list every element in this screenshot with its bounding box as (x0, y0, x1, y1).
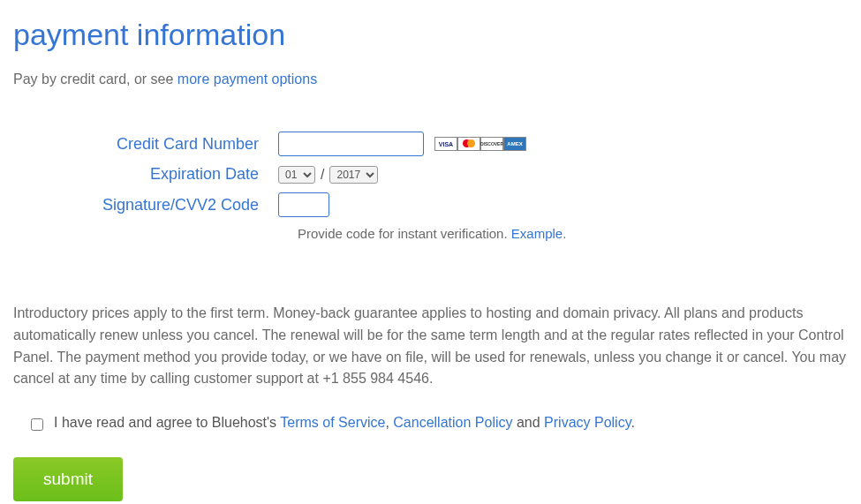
payment-form: Credit Card Number VISA DISCOVER AMEX Ex… (13, 132, 848, 241)
cc-input[interactable] (278, 132, 424, 156)
cvv-label: Signature/CVV2 Code (13, 196, 278, 214)
cvv-example-link[interactable]: Example (511, 226, 563, 241)
discover-icon: DISCOVER (480, 137, 503, 151)
disclaimer-text: Introductory prices apply to the first t… (13, 303, 848, 390)
agree-row: I have read and agree to Bluehost's Term… (31, 415, 848, 431)
agree-period: . (631, 415, 634, 430)
exp-field: 01 / 2017 (278, 166, 378, 184)
cancellation-link[interactable]: Cancellation Policy (393, 415, 512, 430)
pay-by-line: Pay by credit card, or see more payment … (13, 71, 848, 87)
agree-prefix: I have read and agree to Bluehost's (54, 415, 280, 430)
exp-slash: / (321, 167, 324, 183)
mastercard-icon (457, 137, 480, 151)
cvv-help-text: Provide code for instant verification. (298, 226, 511, 241)
more-payment-options-link[interactable]: more payment options (177, 71, 317, 87)
cvv-row: Signature/CVV2 Code (13, 192, 848, 217)
cc-row: Credit Card Number VISA DISCOVER AMEX (13, 132, 848, 156)
submit-button[interactable]: submit (13, 457, 123, 501)
agree-and: and (513, 415, 545, 430)
cvv-help: Provide code for instant verification. E… (278, 226, 848, 241)
amex-icon: AMEX (503, 137, 526, 151)
cvv-input[interactable] (278, 192, 329, 217)
card-logos: VISA DISCOVER AMEX (434, 137, 526, 151)
privacy-link[interactable]: Privacy Policy (544, 415, 631, 430)
cc-label: Credit Card Number (13, 135, 278, 154)
exp-row: Expiration Date 01 / 2017 (13, 165, 848, 184)
cc-field: VISA DISCOVER AMEX (278, 132, 526, 156)
cvv-help-period: . (563, 226, 566, 241)
agree-comma: , (385, 415, 393, 430)
exp-label: Expiration Date (13, 165, 278, 184)
agree-text: I have read and agree to Bluehost's Term… (54, 415, 635, 431)
page-title: payment information (13, 18, 848, 52)
tos-link[interactable]: Terms of Service (280, 415, 385, 430)
exp-year-select[interactable]: 2017 (329, 166, 378, 184)
agree-checkbox[interactable] (31, 418, 43, 431)
cvv-field (278, 192, 329, 217)
exp-month-select[interactable]: 01 (278, 166, 315, 184)
visa-icon: VISA (434, 137, 457, 151)
pay-by-prefix: Pay by credit card, or see (13, 71, 177, 87)
